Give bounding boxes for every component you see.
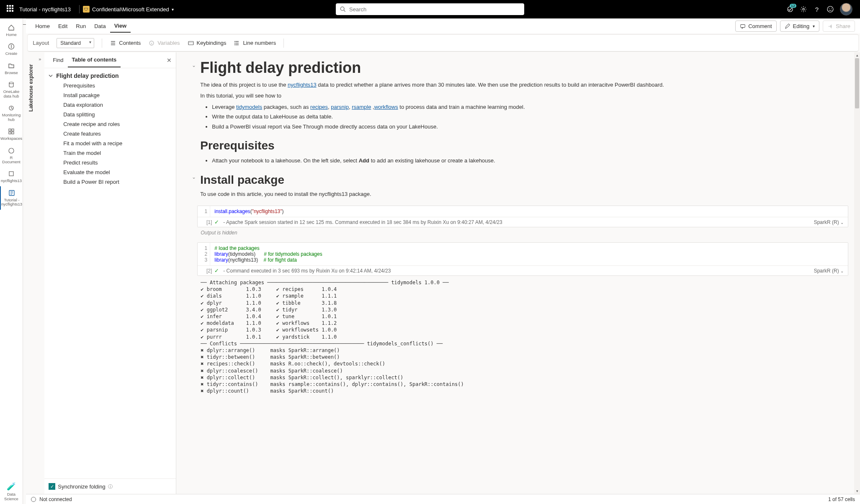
rail-monitoring[interactable]: Monitoring hub bbox=[0, 101, 23, 125]
tab-view[interactable]: View bbox=[110, 20, 131, 33]
link-rsample[interactable]: rsample bbox=[352, 104, 371, 110]
svg-rect-10 bbox=[9, 129, 11, 131]
sync-folding-checkbox[interactable]: ✓ bbox=[49, 483, 55, 490]
rail-nycflights[interactable]: nycflights13 bbox=[0, 167, 23, 186]
toc-item[interactable]: Data splitting bbox=[44, 110, 176, 119]
toc-list: Flight delay prediction Prerequisites In… bbox=[44, 68, 176, 478]
link-tidymodels[interactable]: tidymodels bbox=[236, 104, 262, 110]
code-cell-2[interactable]: 123 # load the packages library(tidymode… bbox=[197, 242, 848, 276]
layout-dropdown[interactable]: Standard bbox=[57, 38, 94, 48]
help-icon[interactable]: ? bbox=[813, 5, 821, 13]
scroll-down-icon[interactable]: ▾ bbox=[855, 489, 859, 493]
install-paragraph: To use code in this article, you need to… bbox=[200, 190, 848, 198]
code-editor[interactable]: install.packages("nycflights13") bbox=[210, 206, 848, 217]
rail-onelake[interactable]: OneLake data hub bbox=[0, 78, 23, 101]
intro-paragraph: The idea of this project is to use the n… bbox=[200, 81, 848, 89]
rail-workspaces[interactable]: Workspaces bbox=[0, 125, 23, 144]
editing-button[interactable]: Editing▾ bbox=[780, 21, 820, 32]
tab-edit[interactable]: Edit bbox=[54, 20, 72, 32]
search-input[interactable] bbox=[349, 6, 520, 13]
global-search[interactable] bbox=[336, 3, 524, 15]
cell-language-selector[interactable]: SparkR (R) ⌄ bbox=[814, 219, 844, 225]
markdown-cell-title[interactable]: ⌄ Flight delay prediction The idea of th… bbox=[184, 59, 848, 131]
output-hidden-label[interactable]: Output is hidden bbox=[184, 227, 848, 237]
app-launcher-icon[interactable] bbox=[7, 5, 15, 13]
link-workflows[interactable]: workflows bbox=[374, 104, 398, 110]
scroll-up-icon[interactable]: ▴ bbox=[855, 53, 859, 57]
scrollbar-thumb[interactable] bbox=[855, 58, 859, 108]
toc-item[interactable]: Build a Power BI report bbox=[44, 177, 176, 187]
settings-icon[interactable] bbox=[800, 5, 807, 13]
tab-data[interactable]: Data bbox=[90, 20, 110, 32]
status-connection[interactable]: Not connected bbox=[31, 496, 72, 502]
toc-item[interactable]: Create features bbox=[44, 129, 176, 139]
markdown-cell-install[interactable]: ⌄ Install pacakge To use code in this ar… bbox=[184, 171, 848, 201]
close-icon[interactable]: ✕ bbox=[167, 57, 172, 64]
contents-button[interactable]: Contents bbox=[110, 40, 141, 46]
check-icon: ✓ bbox=[214, 267, 219, 274]
toc-item[interactable]: Train the model bbox=[44, 148, 176, 158]
toc-item[interactable]: Data exploration bbox=[44, 100, 176, 110]
chevron-down-icon[interactable]: ▾ bbox=[172, 7, 174, 12]
svg-point-25 bbox=[234, 43, 235, 44]
code-editor[interactable]: # load the packages library(tidymodels) … bbox=[210, 243, 848, 265]
lakehouse-explorer-tab[interactable]: Lakehouse explorer bbox=[26, 52, 35, 494]
tab-home[interactable]: Home bbox=[31, 20, 54, 32]
bullet-list: Leverage tidymodels packages, such as re… bbox=[212, 102, 848, 131]
toc-tab-contents[interactable]: Table of contents bbox=[68, 53, 121, 67]
rail-data-science[interactable]: 🧪Data Science bbox=[0, 479, 23, 504]
toc-item[interactable]: Evaluate the model bbox=[44, 167, 176, 177]
variables-button[interactable]: xVariables bbox=[148, 40, 180, 46]
expand-panel-icon[interactable]: » bbox=[35, 52, 44, 494]
rail-tutorial[interactable]: Tutorial - nycflights13 bbox=[0, 186, 23, 210]
link-nycflights13[interactable]: nycflights13 bbox=[288, 82, 317, 88]
rail-home[interactable]: Home bbox=[0, 21, 23, 40]
rail-browse[interactable]: Browse bbox=[0, 59, 23, 78]
notebook-area[interactable]: ⌄ Flight delay prediction The idea of th… bbox=[176, 52, 854, 494]
variables-icon: x bbox=[148, 40, 155, 46]
line-numbers-button[interactable]: Line numbers bbox=[234, 40, 276, 46]
toc-item[interactable]: Predict results bbox=[44, 158, 176, 167]
code-cell-1[interactable]: 1 install.packages("nycflights13") [1] ✓… bbox=[197, 206, 848, 227]
toc-item[interactable]: Fit a model with a recipe bbox=[44, 139, 176, 148]
toc-h1[interactable]: Flight delay prediction bbox=[44, 71, 176, 81]
list-item: Leverage tidymodels packages, such as re… bbox=[212, 102, 848, 112]
notifications-icon[interactable]: 12 bbox=[786, 5, 794, 13]
sensitivity-icon: 🛡 bbox=[83, 6, 90, 13]
toc-item[interactable]: Create recipe and roles bbox=[44, 119, 176, 129]
rail-rdocument[interactable]: R Document bbox=[0, 144, 23, 167]
list-icon bbox=[110, 40, 116, 46]
cell-count: 1 of 57 cells bbox=[828, 496, 855, 502]
comment-button[interactable]: Comment bbox=[735, 21, 776, 32]
collapse-toggle-icon[interactable]: ⌄ bbox=[192, 62, 200, 68]
markdown-cell-prereq[interactable]: Prerequisites Attach your notebook to a … bbox=[184, 136, 848, 165]
link-parsnip[interactable]: parsnip bbox=[331, 104, 349, 110]
notif-badge: 12 bbox=[790, 4, 796, 8]
cell-language-selector[interactable]: SparkR (R) ⌄ bbox=[814, 268, 844, 274]
svg-line-1 bbox=[344, 10, 345, 12]
feedback-icon[interactable] bbox=[827, 5, 834, 13]
share-button[interactable]: Share bbox=[823, 21, 855, 32]
vertical-scrollbar[interactable]: ▴ ▾ bbox=[854, 52, 860, 494]
svg-point-5 bbox=[829, 8, 830, 9]
svg-rect-15 bbox=[9, 172, 13, 176]
sensitivity-label[interactable]: Confidential\Microsoft Extended bbox=[92, 6, 169, 13]
svg-rect-11 bbox=[12, 129, 14, 131]
rail-create[interactable]: Create bbox=[0, 40, 23, 59]
cell-status-text: - Command executed in 3 sec 693 ms by Ru… bbox=[223, 268, 391, 274]
toc-item[interactable]: Prerequisites bbox=[44, 81, 176, 90]
line-gutter: 1 bbox=[198, 206, 210, 217]
collapse-toggle-icon[interactable]: ⌄ bbox=[192, 174, 200, 180]
svg-point-23 bbox=[192, 42, 192, 43]
avatar[interactable] bbox=[840, 3, 852, 15]
toc-tab-find[interactable]: Find bbox=[49, 53, 67, 67]
cell-index: [1] bbox=[202, 219, 212, 225]
list-item: Write the output data to LakeHouse as de… bbox=[212, 112, 848, 121]
tab-run[interactable]: Run bbox=[72, 20, 90, 32]
link-recipes[interactable]: recipes bbox=[310, 104, 328, 110]
numbers-icon bbox=[234, 40, 240, 46]
svg-point-21 bbox=[189, 42, 190, 43]
info-icon[interactable]: ⓘ bbox=[108, 483, 113, 490]
toc-item[interactable]: Install pacakge bbox=[44, 90, 176, 100]
keybindings-button[interactable]: Keybindings bbox=[188, 40, 227, 46]
